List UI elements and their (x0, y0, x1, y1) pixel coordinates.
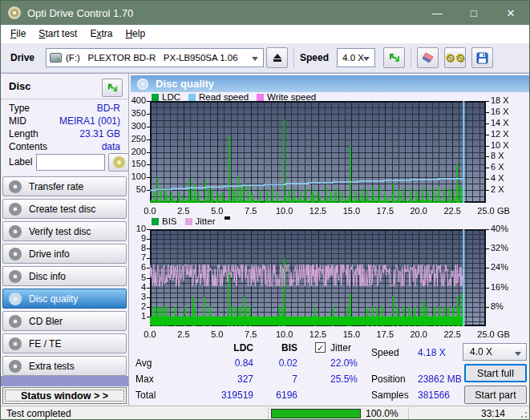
minimize-button[interactable]: — (419, 1, 455, 25)
disc-type-value: BD-R (97, 103, 120, 114)
max-bis-value: 7 (265, 374, 297, 385)
menu-extra[interactable]: Extra (83, 26, 119, 42)
max-marker-icon (225, 216, 230, 220)
elapsed-time: 33:14 (481, 408, 505, 419)
opti-drive-control-window: Opti Drive Control 1.70 — □ ✕ File Start… (0, 0, 530, 420)
toolbar: Drive (F:) PLEXTOR BD-R PX-LB950SA 1.06 … (1, 42, 529, 73)
label-input[interactable] (36, 154, 105, 171)
gears-icon: ⚙⚙ (445, 52, 465, 63)
test-speed-value: 4.0 X (470, 346, 492, 357)
disc-contents-label: Contents (9, 141, 47, 152)
menu-start-test[interactable]: Start test (32, 26, 83, 42)
disc-quality-panel: Disc quality LDC Read speed Write speed … (129, 73, 530, 406)
sidebar-item-label: Create test disc (29, 204, 95, 215)
resize-grip[interactable] (518, 409, 528, 418)
disc-type-row: Type BD-R (9, 103, 120, 115)
disc-contents-value: data (102, 141, 120, 152)
test-speed-select[interactable]: 4.0 X (463, 343, 527, 361)
sidebar-item-create-test-disc[interactable]: Create test disc (2, 199, 127, 219)
refresh-button[interactable] (383, 47, 405, 68)
disc-panel-title: Disc (9, 80, 30, 92)
sidebar-item-drive-info[interactable]: Drive info (2, 244, 127, 264)
menu-file[interactable]: File (4, 26, 32, 42)
window-title: Opti Drive Control 1.70 (27, 7, 133, 19)
panel-header: Disc quality (131, 75, 529, 92)
sidebar-spacer (1, 376, 128, 386)
disc-icon (9, 293, 22, 305)
settings-button[interactable]: ⚙⚙ (444, 47, 466, 68)
sidebar-item-verify-test-disc[interactable]: Verify test disc (2, 221, 127, 241)
max-jitter-value: 25.5% (322, 374, 358, 385)
disc-mid-value: MEIRA1 (001) (59, 115, 120, 127)
eject-button[interactable] (266, 47, 288, 68)
results-area: LDC BIS ✓ Jitter Avg 0.84 0.02 22.0% Max… (129, 341, 530, 406)
disc-side-panel: Disc Type BD-R MID MEIRA1 (001) Length 2… (1, 73, 129, 406)
status-text: Test completed (6, 408, 71, 419)
label-field-label: Label (9, 156, 32, 168)
sidebar-item-cd-bler[interactable]: CD Bler (2, 311, 127, 331)
speed-stat-value: 4.18 X (418, 347, 446, 358)
progress-bar (271, 409, 361, 418)
sidebar-item-label: FE / TE (29, 338, 61, 349)
maximize-button[interactable]: □ (455, 1, 492, 25)
status-bar: Test completed 100.0% 33:14 (1, 406, 529, 420)
jitter-column-header: Jitter (330, 342, 351, 353)
disc-icon (9, 315, 22, 328)
sidebar-item-label: Drive info (29, 248, 70, 260)
drive-icon (50, 53, 62, 63)
eject-icon (273, 54, 282, 63)
position-stat-value: 23862 MB (418, 374, 462, 385)
start-part-button[interactable]: Start part (464, 386, 527, 404)
disc-icon (9, 270, 22, 283)
erase-disc-button[interactable] (417, 47, 439, 68)
chevron-down-icon (363, 57, 370, 61)
jitter-checkbox[interactable]: ✓ (315, 342, 326, 353)
menu-bar: File Start test Extra Help (1, 25, 529, 42)
max-row-label: Max (136, 374, 154, 385)
divider (408, 407, 409, 420)
avg-jitter-value: 22.0% (322, 357, 358, 369)
divider (1, 99, 128, 99)
speed-select[interactable]: 4.0 X (337, 48, 375, 67)
chevron-down-icon (515, 352, 521, 356)
sidebar-item-transfer-rate[interactable]: Transfer rate (2, 176, 127, 196)
total-ldc-value: 319519 (213, 390, 253, 401)
speed-stat-label: Speed (371, 347, 399, 358)
disc-mid-label: MID (9, 115, 26, 127)
disc-length-row: Length 23.31 GB (9, 128, 120, 140)
refresh-icon (107, 82, 119, 94)
sidebar-item-extra-tests[interactable]: Extra tests (2, 356, 127, 376)
save-button[interactable] (471, 47, 493, 68)
sidebar-item-label: Verify test disc (29, 226, 91, 237)
sidebar-item-disc-info[interactable]: Disc info (2, 266, 127, 286)
sidebar-item-label: Disc info (29, 271, 66, 282)
status-window-button[interactable]: Status window > > (2, 387, 127, 404)
sidebar-item-label: Transfer rate (29, 181, 83, 192)
save-icon (476, 52, 488, 64)
disc-type-label: Type (9, 103, 30, 114)
bis-column-header: BIS (265, 342, 297, 353)
toolbar-separator (411, 47, 411, 68)
eraser-icon (422, 52, 435, 63)
disc-icon (137, 79, 148, 90)
avg-ldc-value: 0.84 (213, 357, 253, 369)
panel-title: Disc quality (156, 78, 214, 90)
speed-select-value: 4.0 X (342, 53, 364, 63)
ldc-column-header: LDC (213, 342, 253, 353)
avg-bis-value: 0.02 (265, 357, 297, 369)
sidebar-item-disc-quality[interactable]: Disc quality (2, 289, 127, 309)
start-full-button[interactable]: Start full (464, 364, 527, 382)
drive-select[interactable]: (F:) PLEXTOR BD-R PX-LB950SA 1.06 (46, 48, 264, 67)
samples-stat-value: 381566 (418, 390, 450, 401)
title-bar: Opti Drive Control 1.70 — □ ✕ (1, 1, 529, 25)
sidebar-item-label: Disc quality (29, 293, 78, 305)
disc-length-label: Length (9, 128, 38, 139)
disc-refresh-button[interactable] (102, 79, 123, 97)
progress-percent: 100.0% (366, 408, 399, 419)
menu-help[interactable]: Help (119, 26, 152, 42)
sidebar-item-fe-te[interactable]: FE / TE (2, 333, 127, 353)
refresh-icon (388, 51, 401, 64)
close-button[interactable]: ✕ (492, 1, 529, 25)
write-label-button[interactable] (108, 153, 129, 172)
total-bis-value: 6196 (265, 390, 297, 401)
